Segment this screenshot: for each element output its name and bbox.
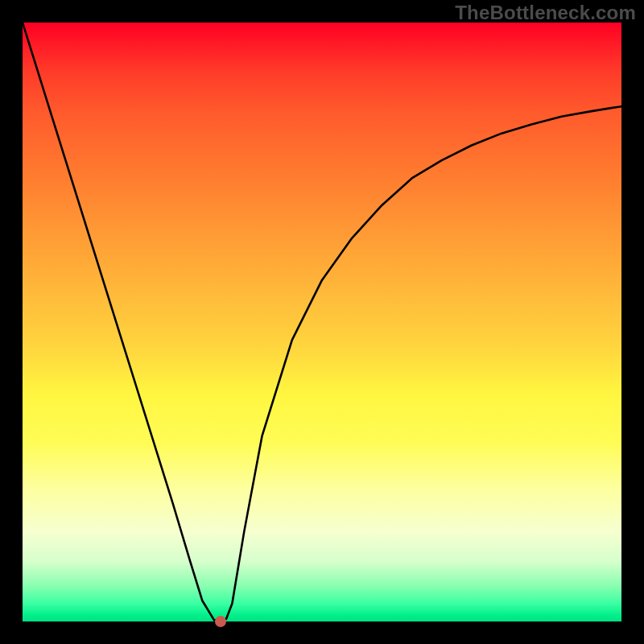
minimum-marker xyxy=(215,616,226,627)
curve-svg xyxy=(23,23,621,621)
plot-area xyxy=(23,23,621,621)
chart-frame: TheBottleneck.com xyxy=(0,0,644,644)
watermark-text: TheBottleneck.com xyxy=(455,2,636,24)
bottleneck-curve-path xyxy=(23,23,621,621)
